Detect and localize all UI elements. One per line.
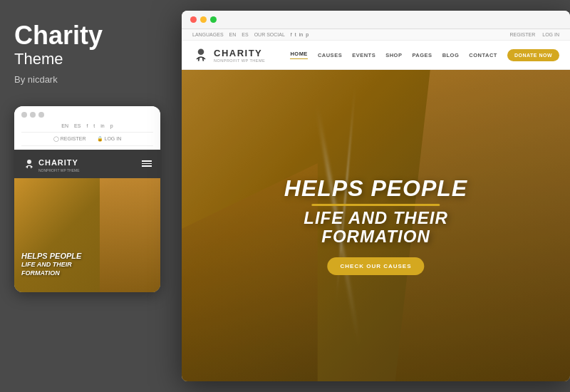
mobile-dots: [21, 112, 153, 118]
mobile-hero-person: [100, 178, 160, 292]
login-link[interactable]: LOG IN: [542, 32, 559, 37]
pinterest-icon[interactable]: p: [306, 32, 309, 37]
theme-subtitle: Theme: [14, 50, 160, 68]
site-top-bar: LANGUAGES EN ES OUR SOCIAL f t in p REGI…: [182, 29, 570, 41]
site-top-bar-right: REGISTER LOG IN: [509, 32, 559, 37]
hero-cta-button[interactable]: CHECK OUR CAUSES: [327, 257, 424, 275]
site-logo-tagline: NONPROFIT WP THEME: [214, 58, 265, 63]
mobile-top-bar: EN ES f t in p ◯ REGISTER 🔒 LOG IN: [14, 106, 160, 150]
mobile-hero-line2: LIFE AND THEIR: [21, 261, 81, 269]
nav-events[interactable]: EVENTS: [352, 52, 375, 58]
user-icon: ◯: [53, 136, 59, 142]
hamburger-icon[interactable]: [142, 160, 152, 167]
social-icons: f t in p: [291, 32, 309, 37]
hero-line3: FORMATION: [284, 227, 467, 246]
mobile-nav-bar: CHARITY NONPROFIT WP THEME: [14, 150, 160, 178]
hero-line1: HELPS PEOPLE: [284, 176, 467, 201]
mobile-social-p: p: [110, 123, 113, 128]
nav-home[interactable]: HOME: [290, 51, 308, 59]
mobile-logo: CHARITY NONPROFIT WP THEME: [23, 155, 80, 172]
hero-content: HELPS PEOPLE LIFE AND THEIR FORMATION CH…: [284, 176, 467, 276]
svg-point-0: [27, 160, 31, 164]
mobile-social-t: t: [93, 123, 95, 128]
mobile-dot-red: [21, 112, 27, 118]
mobile-logo-text: CHARITY: [38, 158, 78, 167]
left-panel: Charity Theme By nicdark EN ES f t in p …: [0, 0, 175, 392]
theme-author: By nicdark: [14, 74, 160, 85]
desktop-site: LANGUAGES EN ES OUR SOCIAL f t in p REGI…: [182, 29, 570, 381]
mobile-dot-yellow: [30, 112, 36, 118]
theme-title: Charity: [14, 21, 160, 50]
svg-point-1: [198, 48, 204, 55]
mobile-register: ◯ REGISTER: [53, 136, 86, 142]
site-logo: CHARITY NONPROFIT WP THEME: [192, 46, 265, 63]
languages-label: LANGUAGES: [192, 32, 224, 37]
mobile-register-label: REGISTER: [61, 136, 86, 141]
site-hero: HELPS PEOPLE LIFE AND THEIR FORMATION CH…: [182, 70, 570, 381]
linkedin-icon[interactable]: in: [299, 32, 303, 37]
nav-causes[interactable]: CAUSES: [318, 52, 342, 58]
site-nav: CHARITY NONPROFIT WP THEME HOME CAUSES E…: [182, 41, 570, 70]
chrome-dot-red: [190, 16, 197, 23]
hero-line2: LIFE AND THEIR: [284, 209, 467, 227]
chrome-dot-yellow: [200, 16, 207, 23]
mobile-hero: HELPS PEOPLE LIFE AND THEIR FORMATION: [14, 178, 160, 292]
twitter-icon[interactable]: t: [295, 32, 296, 37]
nav-pages[interactable]: PAGES: [412, 52, 432, 58]
mobile-login-label: LOG IN: [105, 136, 122, 141]
mobile-mockup: EN ES f t in p ◯ REGISTER 🔒 LOG IN: [14, 106, 160, 292]
site-logo-icon: [192, 46, 209, 63]
mobile-social-f: f: [86, 123, 88, 128]
mobile-logo-icon: [23, 158, 36, 170]
facebook-icon[interactable]: f: [291, 32, 292, 37]
mobile-lang-es: ES: [74, 123, 81, 128]
nav-shop[interactable]: SHOP: [385, 52, 402, 58]
mobile-hero-line1: HELPS PEOPLE: [21, 252, 81, 261]
mobile-login: 🔒 LOG IN: [97, 136, 122, 142]
site-top-bar-left: LANGUAGES EN ES OUR SOCIAL f t in p: [192, 32, 309, 37]
chrome-dot-green: [210, 16, 217, 23]
site-logo-name: CHARITY: [214, 48, 265, 58]
donate-button[interactable]: DONATE NOW: [507, 49, 559, 61]
mobile-social-in: in: [100, 123, 104, 128]
register-link[interactable]: REGISTER: [509, 32, 535, 37]
nav-contact[interactable]: CONTACT: [469, 52, 497, 58]
site-logo-text-wrap: CHARITY NONPROFIT WP THEME: [214, 48, 265, 63]
hero-underline: [311, 204, 440, 206]
desktop-chrome-bar: [182, 11, 570, 29]
mobile-logo-tagline: NONPROFIT WP THEME: [38, 168, 80, 172]
mobile-hero-text: HELPS PEOPLE LIFE AND THEIR FORMATION: [21, 252, 81, 278]
nav-blog[interactable]: BLOG: [442, 52, 460, 58]
lock-icon: 🔒: [97, 136, 103, 142]
mobile-social-bar: EN ES f t in p: [21, 123, 153, 133]
mobile-auth-bar: ◯ REGISTER 🔒 LOG IN: [21, 136, 153, 146]
lang-es[interactable]: ES: [242, 32, 248, 37]
desktop-mockup: LANGUAGES EN ES OUR SOCIAL f t in p REGI…: [182, 11, 570, 381]
mobile-dot-green: [38, 112, 44, 118]
lang-en[interactable]: EN: [229, 32, 237, 37]
mobile-hero-line3: FORMATION: [21, 269, 81, 278]
site-nav-links: HOME CAUSES EVENTS SHOP PAGES BLOG CONTA…: [290, 49, 559, 61]
our-social-label: OUR SOCIAL: [254, 32, 285, 37]
mobile-lang-en: EN: [61, 123, 68, 128]
